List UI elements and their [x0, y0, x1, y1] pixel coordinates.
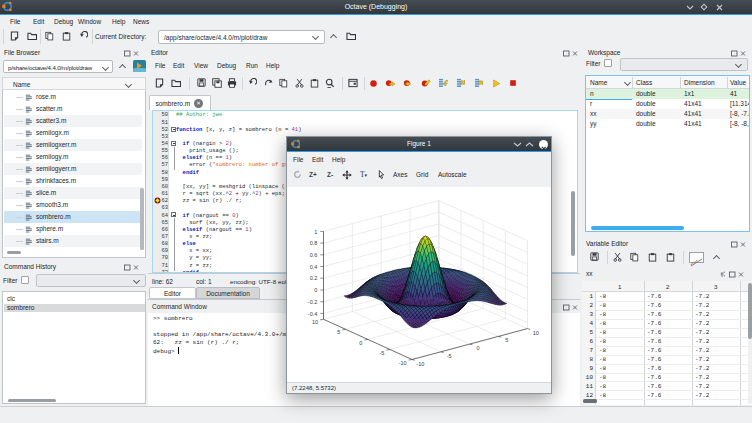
- svg-text:10: 10: [533, 330, 539, 336]
- svg-text:-5: -5: [380, 350, 385, 356]
- svg-text:0: 0: [359, 340, 362, 346]
- svg-text:-0.2: -0.2: [308, 299, 317, 305]
- svg-text:0.8: 0.8: [310, 240, 318, 246]
- svg-text:10: 10: [312, 319, 318, 325]
- svg-text:0.4: 0.4: [310, 264, 318, 270]
- svg-text:0: 0: [476, 345, 479, 351]
- svg-text:-10: -10: [399, 360, 407, 366]
- svg-text:1: 1: [314, 229, 317, 235]
- svg-text:0.2: 0.2: [310, 275, 318, 281]
- svg-text:-10: -10: [416, 361, 424, 367]
- svg-text:-0.4: -0.4: [308, 311, 317, 317]
- svg-text:5: 5: [337, 329, 340, 335]
- svg-text:0: 0: [314, 287, 317, 293]
- svg-text:-5: -5: [447, 353, 452, 359]
- svg-text:0.6: 0.6: [310, 252, 318, 258]
- svg-text:5: 5: [505, 337, 508, 343]
